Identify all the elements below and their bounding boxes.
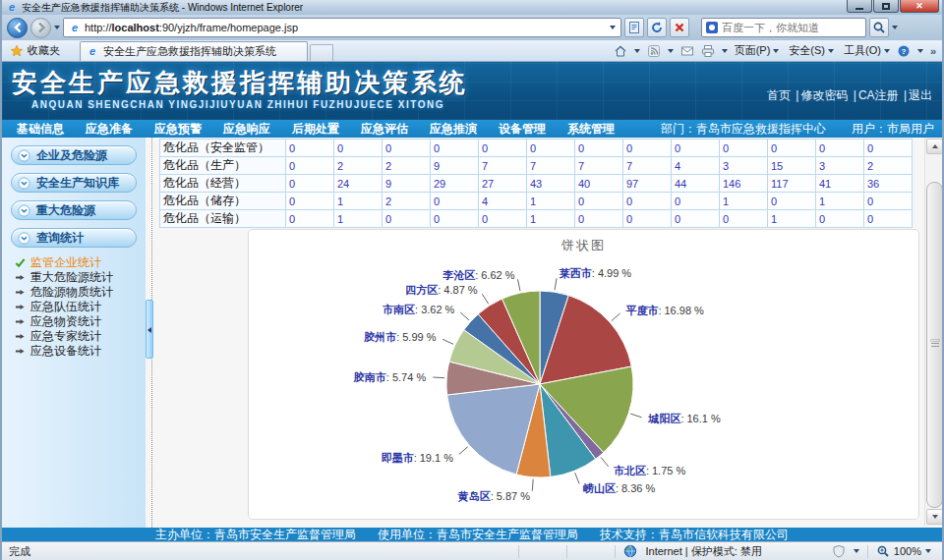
maximize-button[interactable] xyxy=(873,0,899,13)
cell-4-9: 0 xyxy=(720,210,768,228)
mail-icon[interactable] xyxy=(680,44,694,58)
scroll-up-button[interactable] xyxy=(926,139,943,154)
history-dropdown-icon[interactable] xyxy=(54,26,60,29)
refresh-button[interactable] xyxy=(647,18,667,37)
menu-item-0[interactable]: 基础信息 xyxy=(6,121,75,138)
cell-0-4: 0 xyxy=(479,140,527,157)
tab-row: 收藏夹 e 安全生产应急救援指挥辅助决策系统 页面(P)安全(S)工具(O) ?… xyxy=(2,40,942,62)
top-link-2[interactable]: CA注册 xyxy=(858,88,899,102)
help-icon[interactable]: ? xyxy=(897,44,911,58)
favorites-button[interactable]: 收藏夹 xyxy=(2,43,68,61)
pie-label-1: 平度市: 16.98 % xyxy=(625,305,704,316)
sidebar-item-6[interactable]: 应急设备统计 xyxy=(15,344,146,359)
status-text: 完成 xyxy=(9,544,30,559)
sidebar-item-2[interactable]: 危险源物质统计 xyxy=(15,285,146,300)
app-header: 安全生产应急救援指挥辅助决策系统 ANQUAN SHENGCHAN YINGJI… xyxy=(2,62,942,120)
zoom-icon xyxy=(876,544,890,558)
menu-item-4[interactable]: 后期处置 xyxy=(281,121,350,138)
close-button[interactable]: ✕ xyxy=(900,0,939,13)
top-link-1[interactable]: 修改密码 xyxy=(800,88,848,102)
security-zone: Internet | 保护模式: 禁用 xyxy=(645,544,761,559)
sidebar-item-0[interactable]: 监管企业统计 xyxy=(15,255,146,270)
top-link-3[interactable]: 退出 xyxy=(909,88,932,102)
command-item-1[interactable]: 安全(S) xyxy=(789,43,834,58)
print-icon[interactable] xyxy=(701,44,715,58)
pane-splitter[interactable] xyxy=(146,138,152,528)
print-dropdown-icon[interactable] xyxy=(722,49,728,53)
favorites-label: 收藏夹 xyxy=(28,43,60,58)
sidebar-group-3[interactable]: 查询统计 xyxy=(11,228,137,248)
zoom-dropdown-icon[interactable] xyxy=(925,549,931,553)
search-box xyxy=(701,18,866,37)
back-button[interactable] xyxy=(7,18,28,38)
minimize-button[interactable] xyxy=(847,0,872,13)
cell-2-11: 41 xyxy=(816,175,864,193)
address-dropdown-icon[interactable] xyxy=(610,26,616,29)
vertical-scrollbar[interactable] xyxy=(924,138,943,526)
command-items: 页面(P)安全(S)工具(O) xyxy=(735,43,890,58)
feed-dropdown-icon[interactable] xyxy=(668,49,674,53)
scroll-down-button[interactable] xyxy=(926,509,943,525)
top-link-0[interactable]: 首页 xyxy=(767,88,791,102)
footer-part-2: 技术支持：青岛市信软科技有限公司 xyxy=(600,528,789,541)
menu-item-3[interactable]: 应急响应 xyxy=(212,121,281,138)
new-tab-button[interactable] xyxy=(310,44,333,61)
search-button[interactable] xyxy=(869,18,889,37)
cell-3-6: 0 xyxy=(575,193,623,210)
sidebar-item-4[interactable]: 应急物资统计 xyxy=(15,314,146,329)
smartscreen-icon[interactable] xyxy=(832,544,846,558)
compatibility-view-button[interactable] xyxy=(624,18,644,37)
forward-button[interactable] xyxy=(30,18,51,38)
sidebar-item-5[interactable]: 应急专家统计 xyxy=(15,329,146,344)
search-options-icon[interactable] xyxy=(892,26,898,29)
cell-2-12: 36 xyxy=(864,175,913,193)
pie-label-connector xyxy=(460,312,469,320)
address-input[interactable]: e http://localhost:90/yjzh/frame/homepag… xyxy=(63,18,621,37)
home-dropdown-icon[interactable] xyxy=(634,49,640,53)
menu-item-1[interactable]: 应急准备 xyxy=(75,121,144,138)
stop-button[interactable] xyxy=(670,18,689,37)
cell-4-4: 0 xyxy=(479,210,527,228)
cell-3-7: 0 xyxy=(623,193,672,210)
zoom-control[interactable]: 100% xyxy=(876,544,931,558)
pie-label-connector xyxy=(459,447,468,455)
cell-4-10: 1 xyxy=(768,210,816,228)
sidebar-group-1[interactable]: 安全生产知识库 xyxy=(11,173,137,193)
smartscreen-dropdown-icon[interactable] xyxy=(854,549,859,553)
sidebar-item-3[interactable]: 应急队伍统计 xyxy=(15,300,146,314)
row-label: 危化品（生产） xyxy=(160,157,286,175)
more-commands[interactable]: » xyxy=(930,45,936,57)
cell-4-12: 0 xyxy=(864,210,913,228)
cell-1-4: 7 xyxy=(479,157,527,175)
sidebar-group-2[interactable]: 重大危险源 xyxy=(11,200,137,220)
cell-0-11: 0 xyxy=(816,140,864,157)
app-top-links: 首页 |修改密码 |CA注册 |退出 xyxy=(765,87,934,104)
sidebar-item-1[interactable]: 重大危险源统计 xyxy=(15,270,146,285)
tab-active[interactable]: e 安全生产应急救援指挥辅助决策系统 xyxy=(80,41,308,61)
scrollbar-thumb[interactable] xyxy=(926,182,943,508)
sidebar-group-0[interactable]: 企业及危险源 xyxy=(11,145,137,165)
menu-item-5[interactable]: 应急评估 xyxy=(350,121,419,138)
chevron-down-icon xyxy=(884,49,890,53)
cell-1-9: 3 xyxy=(720,157,768,175)
cell-3-5: 1 xyxy=(527,193,575,210)
star-icon xyxy=(10,44,24,58)
cell-3-4: 4 xyxy=(479,193,527,210)
title-bar: e 安全生产应急救援指挥辅助决策系统 - Windows Internet Ex… xyxy=(2,0,942,15)
cell-0-9: 0 xyxy=(720,140,768,157)
cell-2-8: 44 xyxy=(672,175,720,193)
pie-label-connector xyxy=(630,414,641,418)
menu-item-2[interactable]: 应急预警 xyxy=(144,121,212,138)
cell-0-10: 0 xyxy=(768,140,816,157)
command-item-2[interactable]: 工具(O) xyxy=(844,43,890,58)
menu-item-6[interactable]: 应急推演 xyxy=(419,121,488,138)
menu-item-7[interactable]: 设备管理 xyxy=(488,121,557,138)
menu-item-8[interactable]: 系统管理 xyxy=(557,121,625,138)
feed-icon[interactable] xyxy=(647,44,661,58)
search-input[interactable] xyxy=(722,22,861,33)
command-item-0[interactable]: 页面(P) xyxy=(735,43,780,58)
cell-2-9: 146 xyxy=(720,175,768,193)
home-icon[interactable] xyxy=(614,44,627,58)
refresh-icon xyxy=(650,21,664,34)
help-dropdown-icon[interactable] xyxy=(917,49,923,53)
